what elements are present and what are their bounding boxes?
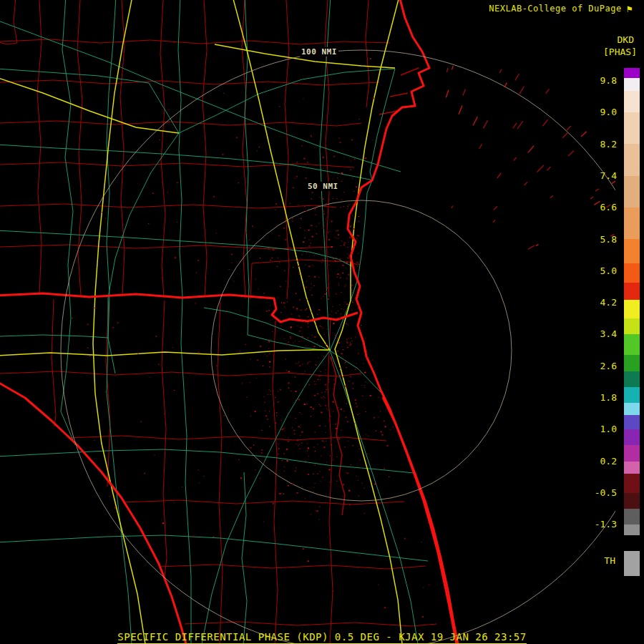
radar-viewer: 50 NMI 100 NMI NEXLAB-College of DuPage …	[0, 0, 644, 644]
colorbar-tick-label: 6.6	[587, 202, 617, 213]
atlantic-coastline	[348, 0, 457, 644]
colorbar-segment	[624, 371, 640, 387]
colorbar-segment	[624, 300, 640, 318]
colorbar-segment	[624, 263, 640, 283]
colorbar-segment	[624, 493, 640, 509]
product-caption-text: SPECIFIC DIFFERENTIAL PHASE (KDP) 0.5 DE…	[117, 631, 526, 644]
state-border-and-coastline	[0, 0, 458, 644]
colorbar-segment	[624, 176, 640, 208]
interference-spikes	[446, 66, 619, 249]
range-ring-label-100: 100 NMI	[300, 47, 338, 57]
colorbar-segment	[624, 355, 640, 371]
colorbar-segment	[624, 535, 640, 551]
colorbar-segment	[624, 91, 640, 112]
colorbar-tick-label: 8.2	[587, 139, 617, 150]
colorbar-tick-label: 3.4	[587, 328, 617, 340]
colorbar-segment	[624, 387, 640, 403]
colorbar-segment	[624, 509, 640, 525]
colorbar-tick-label: 9.8	[587, 75, 617, 87]
radar-map	[0, 0, 644, 644]
colorbar-segment	[624, 283, 640, 300]
product-caption: SPECIFIC DIFFERENTIAL PHASE (KDP) 0.5 DE…	[0, 631, 644, 643]
colorbar-segment	[624, 78, 640, 91]
colorbar-tick-label: 0.2	[587, 456, 617, 467]
colorbar	[624, 68, 640, 576]
colorbar-tick-label: 5.8	[587, 234, 617, 245]
barrier-island	[383, 397, 458, 644]
colorbar-segment	[624, 144, 640, 176]
colorbar-segment	[624, 334, 640, 355]
colorbar-segment	[624, 318, 640, 334]
county-boundaries	[0, 0, 436, 644]
colorbar-tick-label: 9.0	[587, 107, 617, 118]
colorbar-tick-label: 2.6	[587, 361, 617, 372]
colorbar-segment	[624, 462, 640, 474]
colorbar-segment	[624, 208, 640, 239]
colorbar-tick-label: 4.2	[587, 297, 617, 308]
threshold-label: TH	[604, 555, 615, 566]
header: NEXLAB-College of DuPage ⚑	[489, 4, 633, 14]
colorbar-segment	[624, 415, 640, 429]
colorbar-segment	[624, 445, 640, 462]
colorbar-segment	[624, 474, 640, 493]
colorbar-segment	[624, 551, 640, 576]
colorbar-segment	[624, 239, 640, 263]
colorbar-segments	[624, 68, 640, 576]
colorbar-tick-label: 1.8	[587, 392, 617, 404]
gulf-coastline	[0, 381, 186, 644]
colorbar-segment	[624, 429, 640, 445]
product-code-label: DKD	[618, 34, 634, 45]
colorbar-tick-label: -0.5	[587, 487, 617, 499]
colorbar-tick-label: 1.0	[587, 424, 617, 435]
colorbar-tick-label: 7.4	[587, 170, 617, 182]
colorbar-segment	[624, 403, 640, 415]
colorbar-tick-label: 5.0	[587, 265, 617, 277]
brand-text: NEXLAB-College of DuPage	[489, 4, 621, 14]
range-ring-label-50: 50 NMI	[306, 182, 340, 191]
colorbar-tick-label: -1.3	[587, 519, 617, 530]
units-label: [PHAS]	[603, 47, 637, 57]
cod-logo-icon: ⚑	[627, 4, 633, 14]
colorbar-segment	[624, 68, 640, 78]
colorbar-segment	[624, 525, 640, 535]
colorbar-segment	[624, 112, 640, 144]
